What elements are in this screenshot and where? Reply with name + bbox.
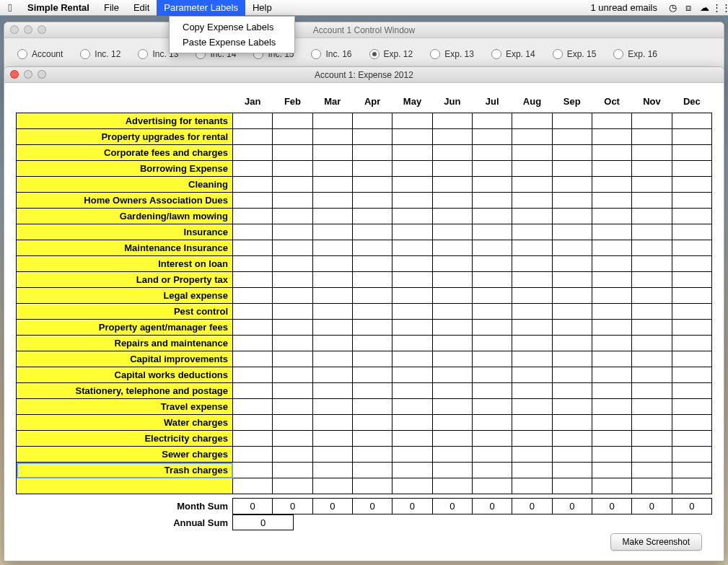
expense-cell[interactable]: [672, 463, 711, 478]
expense-cell[interactable]: [312, 383, 352, 399]
expense-cell[interactable]: [592, 367, 631, 383]
expense-cell[interactable]: [512, 256, 552, 272]
expense-cell[interactable]: [233, 463, 273, 478]
expense-cell[interactable]: [512, 161, 552, 177]
expense-cell[interactable]: [512, 463, 552, 478]
expense-cell[interactable]: [672, 177, 711, 193]
radio-inc-16[interactable]: Inc. 16: [304, 49, 359, 59]
expense-cell[interactable]: [552, 209, 592, 224]
expense-cell[interactable]: [233, 367, 273, 383]
row-label[interactable]: Trash charges: [17, 463, 233, 478]
expense-cell[interactable]: [512, 193, 552, 209]
month-sum-cell[interactable]: 0: [392, 499, 432, 514]
expense-cell[interactable]: [312, 193, 352, 209]
expense-cell[interactable]: [512, 320, 552, 336]
expense-cell[interactable]: [233, 272, 273, 288]
expense-cell[interactable]: [632, 288, 672, 304]
expense-cell[interactable]: [273, 272, 312, 288]
expense-cell[interactable]: [472, 177, 512, 193]
wifi-icon[interactable]: ⋮⋮: [712, 2, 728, 13]
expense-cell[interactable]: [592, 304, 631, 320]
expense-cell[interactable]: [672, 399, 711, 415]
expense-cell[interactable]: [273, 320, 312, 336]
row-label[interactable]: Cleaning: [17, 177, 233, 193]
status-email-text[interactable]: 1 unread emails: [584, 2, 665, 13]
month-sum-cell[interactable]: 0: [312, 499, 352, 514]
expense-cell[interactable]: [472, 145, 512, 161]
expense-cell[interactable]: [273, 351, 312, 367]
expense-cell[interactable]: [472, 209, 512, 224]
expense-cell[interactable]: [432, 145, 472, 161]
row-label[interactable]: Stationery, telephone and postage: [17, 383, 233, 399]
expense-cell[interactable]: [273, 224, 312, 240]
expense-cell[interactable]: [512, 336, 552, 351]
expense-cell[interactable]: [552, 288, 592, 304]
expense-cell[interactable]: [392, 336, 432, 351]
radio-exp-15[interactable]: Exp. 15: [545, 49, 604, 59]
expense-cell[interactable]: [352, 240, 392, 256]
expense-cell[interactable]: [273, 367, 312, 383]
expense-cell[interactable]: [233, 177, 273, 193]
expense-cell[interactable]: [273, 256, 312, 272]
expense-cell[interactable]: [312, 129, 352, 145]
expense-cell[interactable]: [632, 193, 672, 209]
expense-cell[interactable]: [552, 336, 592, 351]
row-label[interactable]: Corporate fees and charges: [17, 145, 233, 161]
control-window-titlebar[interactable]: Account 1 Control Window: [4, 22, 724, 38]
expense-cell[interactable]: [352, 129, 392, 145]
expense-cell[interactable]: [672, 240, 711, 256]
expense-cell[interactable]: [273, 288, 312, 304]
expense-cell[interactable]: [273, 145, 312, 161]
month-sum-cell[interactable]: 0: [512, 499, 552, 514]
expense-cell[interactable]: [632, 129, 672, 145]
radio-exp-12[interactable]: Exp. 12: [362, 49, 421, 59]
expense-cell[interactable]: [273, 193, 312, 209]
expense-cell[interactable]: [352, 161, 392, 177]
expense-cell[interactable]: [592, 431, 631, 447]
expense-cell[interactable]: [392, 209, 432, 224]
expense-cell[interactable]: [552, 431, 592, 447]
expense-cell[interactable]: [233, 415, 273, 431]
row-label[interactable]: Borrowing Expense: [17, 161, 233, 177]
expense-cell[interactable]: [552, 478, 592, 494]
expense-cell[interactable]: [512, 351, 552, 367]
expense-cell[interactable]: [432, 431, 472, 447]
expense-cell[interactable]: [592, 161, 631, 177]
expense-cell[interactable]: [552, 161, 592, 177]
expense-cell[interactable]: [592, 145, 631, 161]
expense-cell[interactable]: [472, 304, 512, 320]
expense-cell[interactable]: [552, 447, 592, 463]
expense-cell[interactable]: [512, 240, 552, 256]
expense-cell[interactable]: [512, 272, 552, 288]
expense-cell[interactable]: [552, 224, 592, 240]
row-label[interactable]: Land or Property tax: [17, 272, 233, 288]
zoom-button[interactable]: [38, 25, 46, 34]
expense-cell[interactable]: [552, 463, 592, 478]
expense-cell[interactable]: [672, 447, 711, 463]
expense-cell[interactable]: [432, 240, 472, 256]
expense-cell[interactable]: [233, 256, 273, 272]
expense-cell[interactable]: [432, 463, 472, 478]
expense-cell[interactable]: [392, 272, 432, 288]
minimize-button[interactable]: [24, 70, 32, 79]
expense-cell[interactable]: [672, 367, 711, 383]
expense-cell[interactable]: [273, 478, 312, 494]
row-label-blank[interactable]: [17, 478, 233, 494]
row-label[interactable]: Travel expense: [17, 399, 233, 415]
expense-cell[interactable]: [672, 431, 711, 447]
expense-cell[interactable]: [312, 415, 352, 431]
expense-cell[interactable]: [392, 399, 432, 415]
row-label[interactable]: Property upgrades for rental: [17, 129, 233, 145]
radio-account[interactable]: Account: [10, 49, 70, 59]
close-button[interactable]: [10, 25, 19, 34]
expense-cell[interactable]: [312, 336, 352, 351]
expense-cell[interactable]: [432, 113, 472, 129]
expense-cell[interactable]: [233, 336, 273, 351]
expense-cell[interactable]: [352, 224, 392, 240]
expense-cell[interactable]: [273, 240, 312, 256]
expense-cell[interactable]: [512, 367, 552, 383]
expense-cell[interactable]: [552, 367, 592, 383]
expense-cell[interactable]: [632, 209, 672, 224]
row-label[interactable]: Electricity charges: [17, 431, 233, 447]
expense-cell[interactable]: [472, 399, 512, 415]
